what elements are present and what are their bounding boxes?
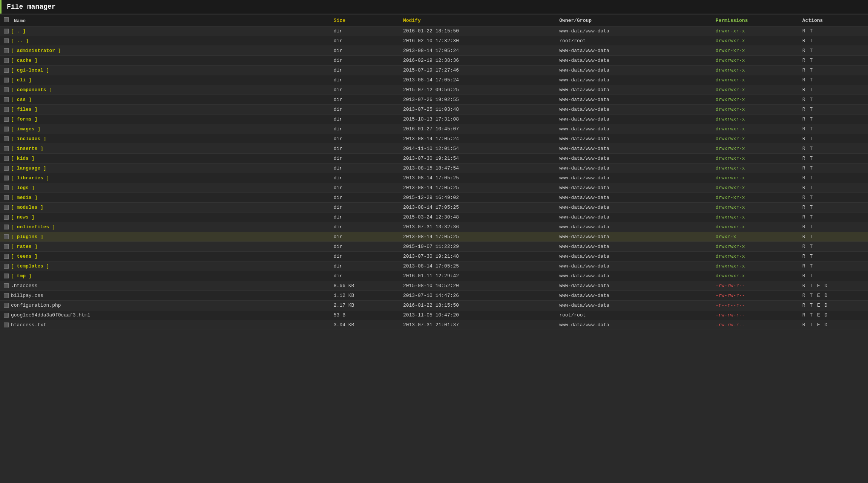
action-t-link[interactable]: T: [810, 244, 813, 249]
action-d-link[interactable]: D: [825, 293, 828, 298]
action-r-link[interactable]: R: [802, 97, 805, 102]
select-all-checkbox[interactable]: [4, 17, 9, 22]
file-name-label[interactable]: [ plugins ]: [11, 234, 43, 240]
file-name-label[interactable]: [ teens ]: [11, 254, 37, 259]
row-checkbox[interactable]: [4, 274, 9, 278]
action-t-link[interactable]: T: [810, 58, 813, 63]
action-t-link[interactable]: T: [810, 38, 813, 44]
file-name-label[interactable]: [ cache ]: [11, 58, 37, 63]
action-t-link[interactable]: T: [810, 67, 813, 73]
row-checkbox[interactable]: [4, 313, 9, 318]
action-r-link[interactable]: R: [802, 116, 805, 122]
action-r-link[interactable]: R: [802, 293, 805, 298]
file-name-label[interactable]: [ cgi-local ]: [11, 67, 49, 73]
action-t-link[interactable]: T: [810, 116, 813, 122]
action-r-link[interactable]: R: [802, 87, 805, 93]
row-checkbox[interactable]: [4, 195, 9, 200]
row-checkbox[interactable]: [4, 323, 9, 327]
action-r-link[interactable]: R: [802, 322, 805, 328]
action-t-link[interactable]: T: [810, 185, 813, 191]
action-t-link[interactable]: T: [810, 77, 813, 83]
action-e-link[interactable]: E: [817, 303, 820, 308]
action-t-link[interactable]: T: [810, 254, 813, 259]
action-r-link[interactable]: R: [802, 58, 805, 63]
row-checkbox[interactable]: [4, 48, 9, 53]
file-name-label[interactable]: [ administrator ]: [11, 48, 61, 53]
file-name-label[interactable]: [ . ]: [11, 28, 26, 34]
row-checkbox[interactable]: [4, 205, 9, 210]
row-checkbox[interactable]: [4, 38, 9, 43]
file-name-label[interactable]: [ forms ]: [11, 116, 37, 122]
action-t-link[interactable]: T: [810, 107, 813, 112]
action-r-link[interactable]: R: [802, 165, 805, 171]
file-name-label[interactable]: [ inserts ]: [11, 146, 43, 151]
action-t-link[interactable]: T: [810, 146, 813, 151]
file-name-label[interactable]: [ modules ]: [11, 205, 43, 210]
row-checkbox[interactable]: [4, 127, 9, 131]
file-name-label[interactable]: [ news ]: [11, 214, 34, 220]
action-t-link[interactable]: T: [810, 165, 813, 171]
action-t-link[interactable]: T: [810, 48, 813, 53]
row-checkbox[interactable]: [4, 254, 9, 259]
row-checkbox[interactable]: [4, 234, 9, 239]
file-name-label[interactable]: [ onlinefiles ]: [11, 224, 55, 230]
row-checkbox[interactable]: [4, 225, 9, 229]
action-r-link[interactable]: R: [802, 185, 805, 191]
file-name-label[interactable]: [ kids ]: [11, 156, 34, 161]
action-r-link[interactable]: R: [802, 214, 805, 220]
action-t-link[interactable]: T: [810, 263, 813, 269]
file-name-label[interactable]: [ components ]: [11, 87, 52, 93]
row-checkbox[interactable]: [4, 87, 9, 92]
action-r-link[interactable]: R: [802, 77, 805, 83]
file-name-label[interactable]: [ .. ]: [11, 38, 29, 44]
action-e-link[interactable]: E: [817, 283, 820, 289]
row-checkbox[interactable]: [4, 29, 9, 34]
row-checkbox[interactable]: [4, 68, 9, 73]
action-t-link[interactable]: T: [810, 136, 813, 142]
action-d-link[interactable]: D: [825, 312, 828, 318]
action-r-link[interactable]: R: [802, 28, 805, 34]
action-t-link[interactable]: T: [810, 214, 813, 220]
action-r-link[interactable]: R: [802, 205, 805, 210]
action-t-link[interactable]: T: [810, 126, 813, 132]
row-checkbox[interactable]: [4, 185, 9, 190]
action-t-link[interactable]: T: [810, 312, 813, 318]
action-r-link[interactable]: R: [802, 146, 805, 151]
action-d-link[interactable]: D: [825, 303, 828, 308]
action-r-link[interactable]: R: [802, 254, 805, 259]
row-checkbox[interactable]: [4, 107, 9, 112]
action-r-link[interactable]: R: [802, 136, 805, 142]
action-t-link[interactable]: T: [810, 205, 813, 210]
action-t-link[interactable]: T: [810, 283, 813, 289]
file-name-label[interactable]: [ tmp ]: [11, 273, 32, 279]
action-t-link[interactable]: T: [810, 322, 813, 328]
row-checkbox[interactable]: [4, 283, 9, 288]
action-t-link[interactable]: T: [810, 97, 813, 102]
file-name-label[interactable]: [ logs ]: [11, 185, 34, 191]
action-t-link[interactable]: T: [810, 156, 813, 161]
file-name-label[interactable]: [ cli ]: [11, 77, 32, 83]
action-r-link[interactable]: R: [802, 273, 805, 279]
file-name-label[interactable]: [ libraries ]: [11, 175, 49, 181]
action-r-link[interactable]: R: [802, 38, 805, 44]
action-r-link[interactable]: R: [802, 244, 805, 249]
row-checkbox[interactable]: [4, 136, 9, 141]
file-name-label[interactable]: [ rates ]: [11, 244, 37, 249]
action-r-link[interactable]: R: [802, 195, 805, 200]
action-r-link[interactable]: R: [802, 48, 805, 53]
action-r-link[interactable]: R: [802, 126, 805, 132]
file-name-label[interactable]: [ images ]: [11, 126, 40, 132]
action-r-link[interactable]: R: [802, 175, 805, 181]
row-checkbox[interactable]: [4, 293, 9, 298]
action-r-link[interactable]: R: [802, 156, 805, 161]
row-checkbox[interactable]: [4, 156, 9, 161]
row-checkbox[interactable]: [4, 78, 9, 83]
row-checkbox[interactable]: [4, 58, 9, 63]
action-r-link[interactable]: R: [802, 234, 805, 240]
action-t-link[interactable]: T: [810, 234, 813, 240]
action-r-link[interactable]: R: [802, 67, 805, 73]
action-d-link[interactable]: D: [825, 283, 828, 289]
action-t-link[interactable]: T: [810, 224, 813, 230]
file-name-label[interactable]: [ templates ]: [11, 263, 49, 269]
row-checkbox[interactable]: [4, 117, 9, 122]
